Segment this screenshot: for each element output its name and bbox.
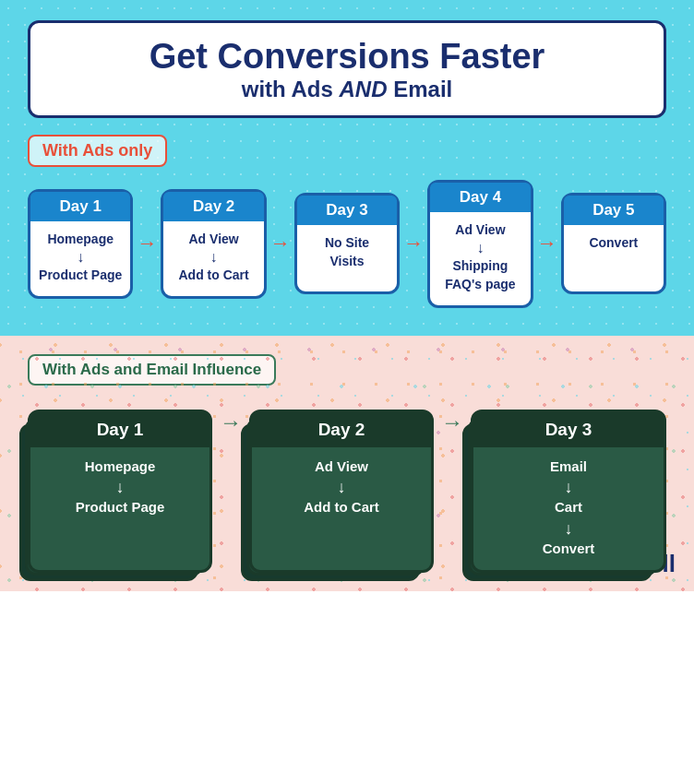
bottom-flow-arrow-2: →	[434, 410, 471, 574]
top-day-4-label: Day 4	[430, 183, 530, 212]
top-section: Get Conversions Faster with Ads AND Emai…	[0, 0, 694, 336]
title-main: Get Conversions Faster	[49, 38, 645, 77]
flow-arrow-4: →	[533, 232, 561, 255]
down-arrow-white-2: ↓	[259, 479, 424, 495]
down-arrow-white-3b: ↓	[481, 520, 656, 537]
bottom-day-2-label: Day 2	[252, 412, 431, 447]
title-sub: with Ads AND Email	[49, 77, 645, 102]
top-flow-row: Day 1 Homepage ↓ Product Page → Day 2 Ad…	[28, 180, 666, 308]
top-day-1-content: Homepage ↓ Product Page	[38, 231, 123, 285]
bottom-day-1-label: Day 1	[30, 412, 209, 447]
bottom-day-3-card: Day 3 Email ↓ Cart ↓ Convert	[471, 410, 666, 574]
flow-arrow-1: →	[133, 232, 161, 255]
down-arrow-white-1: ↓	[38, 479, 202, 495]
top-day-4-content: Ad View ↓ Shipping FAQ's page	[437, 221, 522, 294]
top-day-3-content: No SiteVisits	[305, 234, 389, 270]
bottom-flow-row: Day 1 Homepage ↓ Product Page → Day 2 Ad…	[28, 410, 666, 574]
flow-arrow-3: →	[400, 232, 427, 255]
top-day-2-card: Day 2 Ad View ↓ Add to Cart	[161, 189, 266, 299]
bottom-section: With Ads and Email Influence Day 1 Homep…	[0, 336, 694, 592]
bottom-day-2-card: Day 2 Ad View ↓ Add to Cart	[249, 410, 434, 574]
down-arrow-icon-2: ↓	[171, 250, 256, 265]
top-day-1-label: Day 1	[30, 192, 130, 221]
down-arrow-white-3a: ↓	[481, 479, 656, 495]
title-box: Get Conversions Faster with Ads AND Emai…	[28, 20, 666, 118]
bottom-day-1-content: Homepage ↓ Product Page	[38, 457, 202, 518]
top-day-5-card: Day 5 Convert	[561, 193, 666, 294]
ads-only-badge: With Ads only	[28, 135, 167, 167]
title-sub-after: Email	[388, 77, 453, 101]
top-day-5-label: Day 5	[564, 196, 664, 225]
title-sub-before: with Ads	[242, 77, 340, 101]
top-day-3-card: Day 3 No SiteVisits	[294, 193, 400, 294]
down-arrow-icon-4: ↓	[437, 241, 522, 255]
top-day-2-label: Day 2	[163, 192, 263, 221]
bottom-day-2-content: Ad View ↓ Add to Cart	[259, 457, 424, 518]
top-day-2-content: Ad View ↓ Add to Cart	[171, 231, 256, 285]
bottom-day-3-content: Email ↓ Cart ↓ Convert	[481, 457, 656, 560]
ads-email-badge: With Ads and Email Influence	[28, 354, 276, 386]
bottom-day-3-label: Day 3	[473, 412, 664, 447]
down-arrow-icon: ↓	[38, 250, 123, 265]
top-day-3-label: Day 3	[297, 196, 397, 225]
flow-arrow-2: →	[267, 232, 294, 255]
bottom-flow-arrow-1: →	[212, 410, 249, 574]
top-day-5-content: Convert	[571, 234, 656, 253]
top-day-4-card: Day 4 Ad View ↓ Shipping FAQ's page	[427, 180, 532, 308]
top-day-1-card: Day 1 Homepage ↓ Product Page	[28, 189, 133, 299]
bottom-day-1-card: Day 1 Homepage ↓ Product Page	[28, 410, 212, 574]
title-sub-em: AND	[340, 77, 388, 101]
